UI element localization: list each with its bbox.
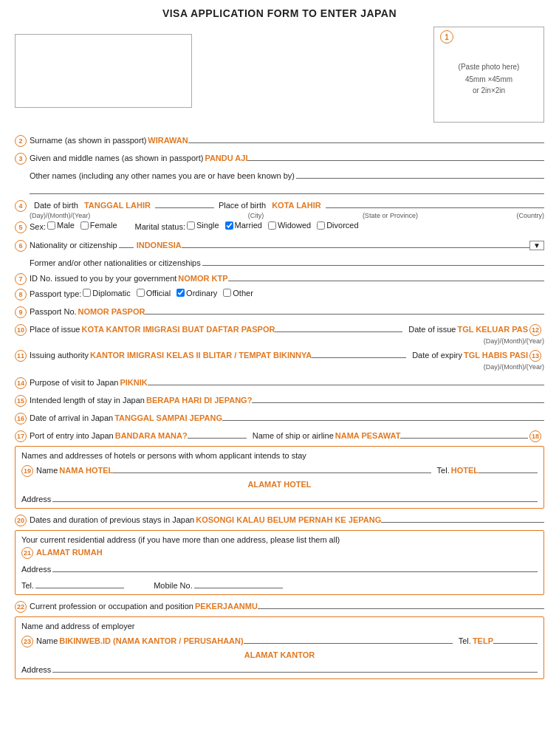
field-10-12-row: 10 Place of issue KOTA KANTOR IMIGRASI B…	[15, 322, 544, 336]
field-16-number: 16	[15, 413, 27, 425]
field-23-tel-value: TELP	[473, 636, 493, 645]
field-14-line	[148, 375, 544, 385]
field-2-row: 2 Surname (as shown in passport) WIRAWAN	[15, 133, 544, 147]
field-22-value: PEKERJAANMU	[195, 602, 258, 611]
field-11-value: KANTOR IMIGRASI KELAS II BLITAR / TEMPAT…	[90, 351, 312, 360]
field-5-female-checkbox[interactable]	[80, 221, 89, 230]
field-8-ordinary[interactable]: Ordinary	[176, 289, 217, 298]
field-14-number: 14	[15, 377, 27, 389]
field-13-sub: (Day)/(Month)/(Year)	[484, 363, 544, 371]
hotel-title-label: Names and addresses of hotels or persons…	[21, 451, 306, 460]
field-20-number: 20	[15, 515, 27, 526]
field-8-other-checkbox[interactable]	[223, 289, 231, 297]
field-2-label: Surname (as shown in passport)	[30, 136, 146, 145]
field-23-address-line	[52, 662, 538, 673]
field-5-divorced-checkbox[interactable]	[317, 221, 325, 230]
field-12-label: Date of issue	[408, 325, 456, 334]
field-17-value: BANDARA MANA?	[115, 431, 188, 440]
field-21-row: 21 ALAMAT RUMAH	[21, 547, 538, 559]
field-9-number: 9	[15, 306, 27, 318]
field-8-other[interactable]: Other	[223, 289, 253, 298]
field-19-address-row: Address	[21, 492, 538, 504]
field-22-row: 22 Current profession or occupation and …	[15, 599, 544, 613]
field-6-row: 6 Nationality or citizenship INDONESIA ▼	[15, 238, 544, 252]
employer-title-row: Name and address of employer	[21, 622, 538, 630]
field-21-address-label: Address	[21, 565, 51, 574]
field-23-name-line	[244, 633, 453, 644]
field-5-female[interactable]: Female	[80, 221, 117, 230]
field-20-line	[381, 512, 544, 523]
field-11-number: 11	[15, 350, 27, 362]
field-5-widowed[interactable]: Widowed	[268, 221, 311, 230]
field-11-13-row: 11 Issuing authority KANTOR IMIGRASI KEL…	[15, 348, 544, 362]
field-3-label: Given and middle names (as shown in pass…	[30, 154, 203, 162]
employer-title-label: Name and address of employer	[21, 622, 134, 630]
field-16-row: 16 Date of arrival in Japan TANGGAL SAMP…	[15, 410, 544, 425]
field-5-single-checkbox[interactable]	[187, 221, 195, 230]
field-4-value: TANGGAL LAHIR	[84, 201, 151, 210]
field-6-former-label: Former and/or other nationalities or cit…	[30, 258, 201, 267]
field-5-male[interactable]: Male	[47, 221, 75, 230]
field-5-widowed-label: Widowed	[278, 221, 311, 230]
field-8-diplomatic-checkbox[interactable]	[83, 289, 91, 297]
field-5-married[interactable]: Married	[225, 221, 262, 230]
field-2-number: 2	[15, 135, 27, 147]
field-22-label: Current profession or occupation and pos…	[30, 602, 193, 611]
field-8-diplomatic[interactable]: Diplomatic	[83, 289, 130, 298]
field-3-value: PANDU AJI	[205, 154, 247, 162]
field-8-official[interactable]: Official	[137, 289, 171, 298]
field-2-value: WIRAWAN	[148, 136, 188, 145]
field-4-state-sub: (State or Province)	[363, 212, 418, 219]
hotel-title-row: Names and addresses of hotels or persons…	[21, 451, 538, 460]
field-19-number: 19	[21, 465, 33, 477]
field-3-line	[247, 151, 544, 161]
hotel-section-box: Names and addresses of hotels or persons…	[15, 446, 544, 509]
field-8-official-checkbox[interactable]	[137, 289, 145, 297]
residential-title-row: Your current residential address (if you…	[21, 535, 538, 544]
residential-title-label: Your current residential address (if you…	[21, 535, 340, 544]
field-16-value: TANGGAL SAMPAI JEPANG	[114, 413, 222, 422]
field-5-divorced[interactable]: Divorced	[317, 221, 358, 230]
field-19-name-row: 19 Name NAMA HOTEL Tel. HOTEL	[21, 463, 538, 477]
photo-instruction: (Paste photo here)	[459, 63, 520, 71]
field-21-address-value: ALAMAT RUMAH	[36, 548, 103, 557]
field-13-value: TGL HABIS PASI	[464, 351, 528, 360]
field-17-number: 17	[15, 430, 27, 442]
top-section: 1 (Paste photo here) 45mm ×45mm or 2in×2…	[15, 27, 544, 123]
field-10-label: Place of issue	[30, 325, 80, 334]
field-22-line	[258, 599, 544, 609]
field-9-line	[145, 304, 544, 315]
field-5-male-checkbox[interactable]	[47, 221, 55, 230]
field-5-widowed-checkbox[interactable]	[268, 221, 276, 230]
field-5-single-label: Single	[196, 221, 219, 230]
field-23-name-label: Name	[36, 636, 58, 645]
field-19-name-value: NAMA HOTEL	[59, 466, 113, 475]
other-names-label: Other names (including any other names y…	[30, 171, 295, 180]
field-15-row: 15 Intended length of stay in Japan BERA…	[15, 393, 544, 407]
field-7-number: 7	[15, 273, 27, 285]
field-23-address-row: Address	[21, 662, 538, 674]
field-7-line	[228, 271, 544, 281]
field-14-value: PIKNIK	[120, 378, 147, 387]
field-7-label: ID No. issued to you by your government	[30, 274, 176, 283]
photo-size1: 45mm ×45mm	[465, 75, 512, 83]
field-8-official-label: Official	[146, 289, 171, 298]
field-12-sub-row: (Day)/(Month)/(Year)	[15, 337, 544, 345]
field-9-value: NOMOR PASPOR	[78, 307, 145, 316]
field-6-dropdown[interactable]: ▼	[529, 241, 544, 250]
field-4-country-sub: (Country)	[517, 212, 545, 219]
field-18-value: NAMA PESAWAT	[335, 431, 401, 440]
field-7-value: NOMOR KTP	[178, 274, 227, 283]
field-13-label: Date of expiry	[412, 351, 462, 360]
field-8-number: 8	[15, 289, 27, 300]
field-5-marital-label: Marital status:	[135, 222, 185, 231]
field-8-ordinary-checkbox[interactable]	[176, 289, 185, 297]
field-5-female-label: Female	[90, 221, 117, 230]
field-16-line	[222, 410, 544, 421]
field-19-tel-value: HOTEL	[451, 466, 479, 475]
field-5-single[interactable]: Single	[187, 221, 219, 230]
field-9-row: 9 Passport No. NOMOR PASPOR	[15, 304, 544, 318]
field-19-name-line	[113, 463, 431, 473]
field-5-married-checkbox[interactable]	[225, 221, 233, 230]
field-19-tel-line	[479, 463, 538, 473]
